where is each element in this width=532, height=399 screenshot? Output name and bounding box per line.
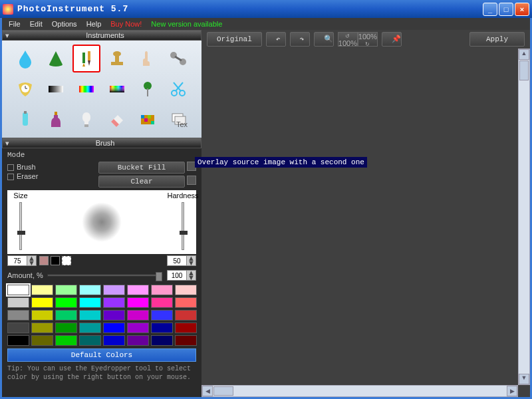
pin-button[interactable]: 📌 — [382, 32, 402, 47]
mode-eraser-checkbox[interactable]: Eraser — [7, 172, 38, 180]
palette-swatch[interactable] — [31, 335, 53, 346]
brush-pencil-icon[interactable] — [72, 45, 100, 72]
palette-swatch[interactable] — [103, 297, 125, 308]
size-spinner[interactable]: ▲▼ — [7, 255, 37, 266]
palette-swatch[interactable] — [79, 335, 101, 346]
zoom-tool-icon[interactable]: 🔍 — [314, 32, 334, 47]
palette-swatch[interactable] — [127, 310, 149, 321]
palette-swatch[interactable] — [31, 297, 53, 308]
palette-swatch[interactable] — [7, 335, 29, 346]
eraser-icon[interactable] — [103, 106, 131, 134]
fg-color-swatch[interactable] — [39, 256, 49, 265]
menu-help[interactable]: Help — [82, 19, 106, 29]
dumbbell-icon[interactable] — [164, 45, 192, 72]
clear-icon[interactable] — [187, 176, 196, 185]
palette-swatch[interactable] — [151, 285, 173, 295]
menu-buy-now[interactable]: Buy Now! — [106, 19, 146, 29]
palette-swatch[interactable] — [175, 310, 197, 321]
clear-button[interactable]: Clear — [98, 176, 185, 188]
palette-swatch[interactable] — [7, 310, 29, 321]
scroll-down-arrow-icon[interactable]: ▼ — [519, 374, 529, 384]
palette-swatch[interactable] — [175, 323, 197, 333]
bulb-icon[interactable] — [72, 106, 100, 134]
vertical-scrollbar[interactable]: ▲ ▼ — [518, 49, 530, 385]
maximize-button[interactable]: □ — [499, 3, 513, 16]
mosaic-icon[interactable] — [134, 106, 162, 134]
spectrum-icon[interactable] — [103, 75, 131, 103]
clock-icon[interactable] — [11, 75, 39, 103]
palette-swatch[interactable] — [79, 297, 101, 308]
gradient-icon[interactable] — [42, 75, 70, 103]
scroll-up-arrow-icon[interactable]: ▲ — [519, 49, 529, 60]
palette-swatch[interactable] — [127, 335, 149, 346]
palette-swatch[interactable] — [7, 323, 29, 333]
amount-input[interactable] — [167, 270, 187, 281]
tube-icon[interactable] — [11, 106, 39, 134]
zoom-in-button[interactable]: 100%↻ — [358, 32, 378, 47]
palette-swatch[interactable] — [55, 297, 77, 308]
palette-swatch[interactable] — [79, 285, 101, 295]
palette-swatch[interactable] — [55, 323, 77, 333]
palette-swatch[interactable] — [31, 285, 53, 295]
layers-text-icon[interactable]: Tex — [164, 106, 192, 134]
scroll-left-arrow-icon[interactable]: ◀ — [202, 386, 213, 396]
palette-swatch[interactable] — [151, 297, 173, 308]
hardness-input[interactable] — [167, 255, 187, 266]
default-colors-button[interactable]: Default Colors — [7, 348, 196, 362]
cone-icon[interactable] — [42, 45, 70, 72]
drop-icon[interactable] — [11, 45, 39, 72]
minimize-button[interactable]: _ — [483, 3, 497, 16]
horizontal-scrollbar[interactable]: ◀ ▶ — [201, 385, 518, 397]
scroll-thumb[interactable] — [213, 386, 233, 396]
palette-swatch[interactable] — [103, 285, 125, 295]
finger-icon[interactable] — [134, 45, 162, 72]
amount-slider[interactable] — [47, 274, 163, 277]
palette-swatch[interactable] — [79, 310, 101, 321]
stamp-icon[interactable] — [103, 45, 131, 72]
menu-new-version[interactable]: New version available — [147, 19, 226, 29]
scroll-right-arrow-icon[interactable]: ▶ — [507, 386, 517, 396]
close-button[interactable]: × — [515, 3, 529, 16]
palette-swatch[interactable] — [79, 323, 101, 333]
palette-swatch[interactable] — [55, 285, 77, 295]
palette-swatch[interactable] — [7, 297, 29, 308]
palette-swatch[interactable] — [175, 335, 197, 346]
collapse-arrow-icon[interactable]: ▾ — [5, 138, 9, 148]
amount-spinner[interactable]: ▲▼ — [167, 270, 196, 281]
palette-swatch[interactable] — [151, 323, 173, 333]
bucket-fill-button[interactable]: Bucket Fill — [98, 162, 185, 174]
palette-swatch[interactable] — [55, 335, 77, 346]
undo-button[interactable]: ↶ — [266, 32, 286, 47]
menu-file[interactable]: File — [5, 19, 25, 29]
zoom-group[interactable]: ↺100% 100%↻ — [338, 32, 378, 47]
palette-swatch[interactable] — [31, 323, 53, 333]
rainbow-icon[interactable] — [72, 75, 100, 103]
palette-swatch[interactable] — [55, 310, 77, 321]
hardness-spinner[interactable]: ▲▼ — [167, 255, 196, 266]
palette-swatch[interactable] — [175, 285, 197, 295]
original-button[interactable]: Original — [207, 32, 262, 47]
palette-swatch[interactable] — [151, 310, 173, 321]
zoom-out-button[interactable]: ↺100% — [338, 32, 358, 47]
palette-swatch[interactable] — [175, 297, 197, 308]
palette-swatch[interactable] — [127, 297, 149, 308]
palette-swatch[interactable] — [31, 310, 53, 321]
size-input[interactable] — [7, 255, 27, 266]
palette-swatch[interactable] — [127, 323, 149, 333]
mode-brush-checkbox[interactable]: Brush — [7, 163, 38, 171]
size-slider[interactable] — [19, 202, 22, 250]
palette-swatch[interactable] — [103, 323, 125, 333]
redo-button[interactable]: ↷ — [290, 32, 310, 47]
menu-edit[interactable]: Edit — [26, 19, 47, 29]
hardness-slider[interactable] — [182, 202, 184, 250]
collapse-arrow-icon[interactable]: ▾ — [5, 31, 9, 41]
pattern-swatch[interactable] — [62, 256, 71, 265]
menu-options[interactable]: Options — [48, 19, 81, 29]
scissors-icon[interactable] — [164, 75, 192, 103]
palette-swatch[interactable] — [103, 335, 125, 346]
palette-swatch[interactable] — [7, 285, 29, 295]
scroll-thumb[interactable] — [519, 61, 529, 80]
palette-swatch[interactable] — [127, 285, 149, 295]
bg-color-swatch[interactable] — [51, 256, 60, 265]
pin-icon[interactable] — [134, 75, 162, 103]
